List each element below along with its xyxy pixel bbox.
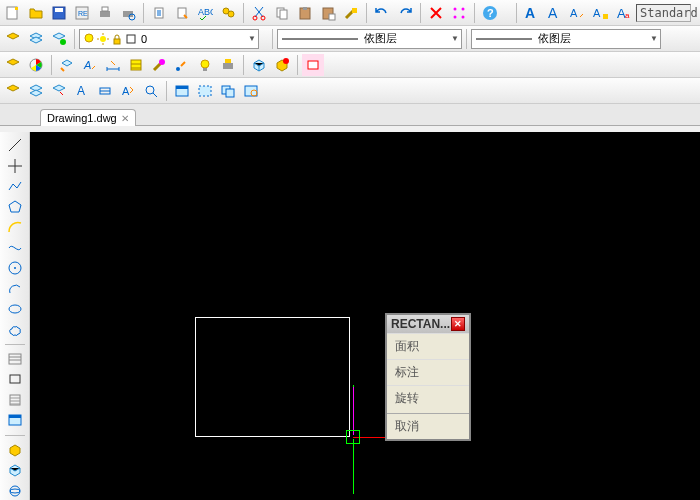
selecttext-icon[interactable]: A	[71, 80, 93, 102]
style-name-box[interactable]: Standard	[636, 4, 691, 22]
find-icon[interactable]	[217, 2, 239, 24]
publish-icon[interactable]	[148, 2, 170, 24]
spline-icon[interactable]	[3, 238, 27, 256]
svg-rect-66	[199, 86, 211, 96]
font-a-icon[interactable]: Aa	[613, 2, 635, 24]
spellcheck-icon[interactable]: ABC	[194, 2, 216, 24]
separator	[166, 81, 167, 101]
fence-icon[interactable]	[217, 80, 239, 102]
chevron-down-icon: ▼	[451, 34, 459, 43]
popup-item-area[interactable]: 面积	[387, 333, 469, 359]
lineweight-sample-icon	[474, 32, 534, 46]
new-icon[interactable]	[2, 2, 24, 24]
layermatch-icon[interactable]	[56, 54, 78, 76]
region-icon[interactable]	[3, 481, 27, 499]
polygon-icon[interactable]	[3, 197, 27, 215]
close-icon[interactable]: ✕	[121, 113, 129, 124]
svg-point-51	[159, 59, 165, 65]
ellipse-icon[interactable]	[3, 300, 27, 318]
erase-icon[interactable]	[425, 2, 447, 24]
text-icon[interactable]	[3, 350, 27, 368]
point-icon[interactable]	[171, 54, 193, 76]
popup-item-cancel[interactable]: 取消	[387, 413, 469, 439]
layerstate-icon[interactable]	[48, 28, 70, 50]
svg-text:A: A	[525, 5, 535, 21]
popup-item-rotate[interactable]: 旋转	[387, 385, 469, 411]
brush-icon[interactable]	[148, 54, 170, 76]
hatch-icon[interactable]	[3, 391, 27, 409]
insert-icon[interactable]	[3, 461, 27, 479]
xline-icon[interactable]	[3, 156, 27, 174]
selectdim-icon[interactable]	[94, 80, 116, 102]
grid-icon[interactable]	[248, 54, 270, 76]
pasteblock-icon[interactable]	[317, 2, 339, 24]
rectang-options-popup: RECTAN... ✕ 面积 标注 旋转 取消	[385, 313, 471, 441]
separator	[420, 3, 421, 23]
help-icon[interactable]: ?	[479, 2, 501, 24]
matchprop-icon[interactable]	[340, 2, 362, 24]
svg-point-52	[176, 67, 180, 71]
svg-rect-83	[9, 415, 21, 418]
preview-icon[interactable]	[117, 2, 139, 24]
polyline-icon[interactable]	[3, 177, 27, 195]
arc-icon[interactable]	[3, 218, 27, 236]
svg-rect-54	[203, 68, 207, 71]
layer-dropdown[interactable]: 0 ▼	[79, 29, 259, 49]
toggle-icon[interactable]	[271, 54, 293, 76]
export-icon[interactable]	[171, 2, 193, 24]
svg-point-76	[9, 305, 21, 313]
separator	[5, 435, 25, 436]
textstyle-a2-icon[interactable]: A	[544, 2, 566, 24]
copy-icon[interactable]	[271, 2, 293, 24]
isolate-icon[interactable]	[48, 80, 70, 102]
layer-icon[interactable]	[2, 28, 24, 50]
rect-tool-icon[interactable]	[302, 54, 324, 76]
hatch-edit-icon[interactable]	[125, 54, 147, 76]
dimedit-icon[interactable]	[102, 54, 124, 76]
iso-icon[interactable]	[2, 54, 24, 76]
popup-close-icon[interactable]: ✕	[451, 317, 465, 331]
lineweight-dropdown[interactable]: 依图层 ▼	[471, 29, 661, 49]
save-icon[interactable]	[48, 2, 70, 24]
pick-icon[interactable]	[140, 80, 162, 102]
arc2-icon[interactable]	[3, 279, 27, 297]
dimstyle2-icon[interactable]: A	[590, 2, 612, 24]
saveas-icon[interactable]: RE	[71, 2, 93, 24]
paste-icon[interactable]	[294, 2, 316, 24]
svg-point-53	[201, 60, 209, 68]
tab-drawing1[interactable]: Drawing1.dwg ✕	[40, 109, 136, 126]
props-icon[interactable]: A	[117, 80, 139, 102]
drawing-canvas[interactable]: RECTAN... ✕ 面积 标注 旋转 取消	[30, 132, 700, 500]
allsel-icon[interactable]	[240, 80, 262, 102]
textedit-icon[interactable]: A	[79, 54, 101, 76]
colorwheel-icon[interactable]	[25, 54, 47, 76]
revcloud-icon[interactable]	[3, 320, 27, 338]
popup-titlebar: RECTAN... ✕	[387, 315, 469, 333]
line-icon[interactable]	[3, 136, 27, 154]
print-icon[interactable]	[94, 2, 116, 24]
linetype-dropdown[interactable]: 依图层 ▼	[277, 29, 462, 49]
cut-icon[interactable]	[248, 2, 270, 24]
popup-item-dimension[interactable]: 标注	[387, 359, 469, 385]
quickselect-icon[interactable]	[2, 80, 24, 102]
svg-text:A: A	[593, 7, 601, 19]
dimstyle-icon[interactable]: A	[567, 2, 589, 24]
osnap-icon[interactable]	[448, 2, 470, 24]
block-icon[interactable]	[3, 440, 27, 458]
table-icon[interactable]	[3, 411, 27, 429]
circle-icon[interactable]	[3, 259, 27, 277]
svg-point-26	[454, 15, 457, 18]
open-icon[interactable]	[25, 2, 47, 24]
crossing-icon[interactable]	[194, 80, 216, 102]
textstyle-a-icon[interactable]: A	[521, 2, 543, 24]
layer2-icon[interactable]	[25, 28, 47, 50]
undo-icon[interactable]	[371, 2, 393, 24]
rect-icon[interactable]	[3, 370, 27, 388]
window-icon[interactable]	[171, 80, 193, 102]
print3-icon[interactable]	[217, 54, 239, 76]
bulb-icon[interactable]	[194, 54, 216, 76]
svg-point-57	[283, 58, 289, 64]
redo-icon[interactable]	[394, 2, 416, 24]
selectall-icon[interactable]	[25, 80, 47, 102]
svg-point-38	[85, 34, 93, 42]
